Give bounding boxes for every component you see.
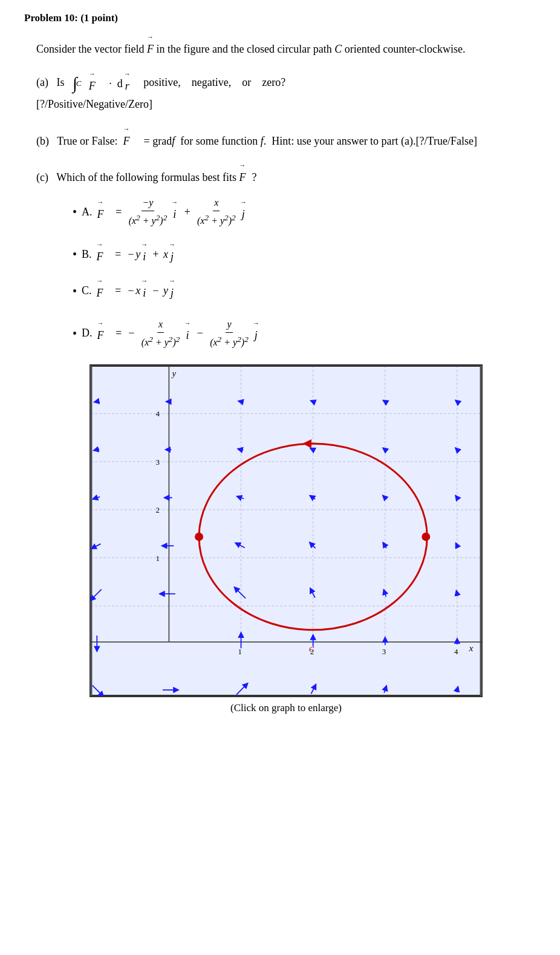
svg-text:x: x — [469, 643, 474, 652]
option-b-formula: F = −yi + xj — [97, 243, 174, 266]
option-b[interactable]: • B. F = −yi + xj — [73, 243, 536, 266]
red-dot-left — [195, 533, 203, 541]
graph-svg: y x 4 3 2 1 1 2 3 4 C — [91, 366, 481, 696]
svg-text:1: 1 — [238, 647, 242, 655]
svg-text:3: 3 — [156, 458, 160, 466]
option-c-formula: F = −xi − yj — [97, 279, 174, 303]
graph-container: y x 4 3 2 1 1 2 3 4 C — [36, 364, 536, 714]
svg-text:1: 1 — [156, 554, 160, 562]
part-a-answer[interactable]: [?/Positive/Negative/Zero] — [36, 98, 152, 110]
option-a-formula: F = −y (x2 + y2)2 i + x (x2 + y2)2 j — [97, 194, 245, 229]
option-a[interactable]: • A. F = −y (x2 + y2)2 i + x (x2 + y2)2 — [73, 194, 536, 229]
problem-header: Problem 10: (1 point) — [24, 12, 536, 24]
option-c-label: C. — [82, 281, 92, 300]
option-d-label: D. — [82, 324, 93, 343]
bullet-b: • — [73, 244, 77, 264]
svg-text:y: y — [171, 368, 176, 378]
formula-options-list: • A. F = −y (x2 + y2)2 i + x (x2 + y2)2 — [73, 194, 536, 351]
bullet-a: • — [73, 202, 77, 222]
red-dot-right — [422, 533, 430, 541]
option-a-label: A. — [82, 203, 93, 222]
part-b: (b) True or False: F = gradf for some fu… — [36, 127, 536, 151]
option-d-formula: F = − x (x2 + y2)2 i − y (x2 + y2)2 j — [97, 316, 258, 351]
vector-field-graph[interactable]: y x 4 3 2 1 1 2 3 4 C — [90, 364, 483, 697]
svg-text:4: 4 — [454, 647, 458, 655]
part-a-label: (a) — [36, 76, 48, 88]
part-c-label: (c) — [36, 171, 48, 183]
problem-title: Problem 10: (1 point) — [24, 12, 118, 24]
svg-text:4: 4 — [156, 410, 160, 418]
graph-caption[interactable]: (Click on graph to enlarge) — [230, 702, 342, 714]
svg-text:2: 2 — [156, 506, 160, 514]
option-d[interactable]: • D. F = − x (x2 + y2)2 i − y (x2 + y2)2 — [73, 316, 536, 351]
graph-caption-text: (Click on graph to enlarge) — [230, 702, 342, 714]
bullet-c: • — [73, 281, 77, 301]
svg-rect-0 — [91, 366, 481, 696]
intro-paragraph: Consider the vector field F in the figur… — [36, 35, 536, 59]
part-b-label: (b) — [36, 135, 49, 147]
option-b-label: B. — [82, 245, 92, 264]
part-a: (a) Is ∫C F · dr positive, negative, or … — [36, 72, 536, 114]
option-c[interactable]: • C. F = −xi − yj — [73, 279, 536, 303]
bullet-d: • — [73, 323, 77, 344]
part-c: (c) Which of the following formulas best… — [36, 163, 536, 350]
svg-text:3: 3 — [382, 647, 386, 655]
integral-expression: ∫C F · dr — [73, 72, 135, 96]
part-b-answer[interactable]: [?/True/False] — [416, 135, 477, 147]
